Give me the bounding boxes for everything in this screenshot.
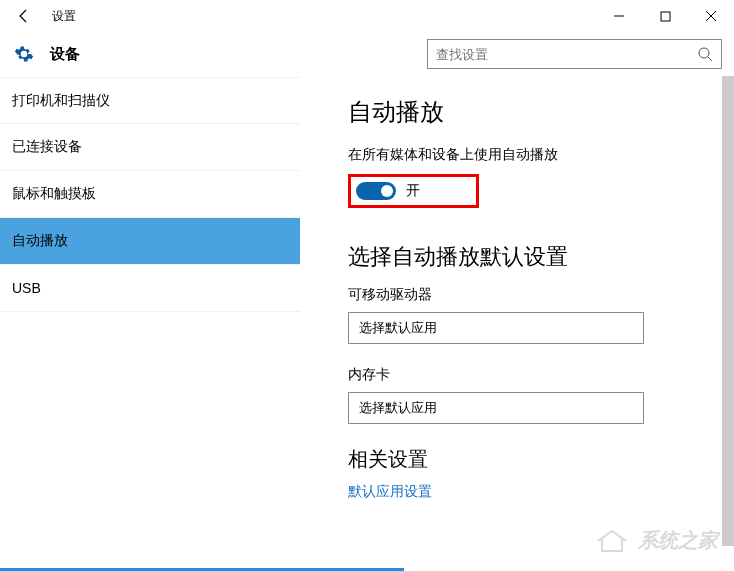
removable-drive-label: 可移动驱动器 [348,286,710,304]
autoplay-toggle[interactable] [356,182,396,200]
memorycard-value: 选择默认应用 [359,399,437,417]
sidebar-item-mouse-touchpad[interactable]: 鼠标和触摸板 [0,171,300,218]
sidebar-item-printers[interactable]: 打印机和扫描仪 [0,77,300,124]
minimize-button[interactable] [596,0,642,32]
memorycard-select[interactable]: 选择默认应用 [348,392,644,424]
memorycard-label: 内存卡 [348,366,710,384]
scrollbar[interactable] [722,76,734,566]
window-title: 设置 [52,8,76,25]
removable-drive-select[interactable]: 选择默认应用 [348,312,644,344]
close-icon [705,10,717,22]
sidebar-item-connected-devices[interactable]: 已连接设备 [0,124,300,171]
gear-icon [14,44,34,64]
sidebar: 打印机和扫描仪 已连接设备 鼠标和触摸板 自动播放 USB [0,76,300,571]
svg-line-5 [708,57,712,61]
minimize-icon [613,10,625,22]
maximize-button[interactable] [642,0,688,32]
page-title: 自动播放 [348,96,710,128]
toggle-description: 在所有媒体和设备上使用自动播放 [348,146,710,164]
body: 打印机和扫描仪 已连接设备 鼠标和触摸板 自动播放 USB 自动播放 在所有媒体… [0,76,734,571]
back-button[interactable] [8,0,40,32]
defaults-heading: 选择自动播放默认设置 [348,242,710,272]
svg-point-4 [699,48,709,58]
content-pane: 自动播放 在所有媒体和设备上使用自动播放 开 选择自动播放默认设置 可移动驱动器… [300,76,734,571]
window-controls [596,0,734,32]
highlight-box: 开 [348,174,479,208]
search-box[interactable] [427,39,722,69]
gear-wrap [8,38,40,70]
sidebar-item-autoplay[interactable]: 自动播放 [0,218,300,265]
sidebar-item-usb[interactable]: USB [0,265,300,312]
svg-rect-1 [661,12,670,21]
removable-drive-value: 选择默认应用 [359,319,437,337]
maximize-icon [660,11,671,22]
default-apps-link[interactable]: 默认应用设置 [348,483,710,501]
titlebar: 设置 [0,0,734,32]
toggle-state-label: 开 [406,182,420,200]
close-button[interactable] [688,0,734,32]
arrow-left-icon [16,8,32,24]
search-input[interactable] [436,47,697,62]
page-category: 设备 [50,45,80,64]
search-icon [697,46,713,62]
scrollbar-thumb[interactable] [722,76,734,546]
related-heading: 相关设置 [348,446,710,473]
header-row: 设备 [0,32,734,76]
